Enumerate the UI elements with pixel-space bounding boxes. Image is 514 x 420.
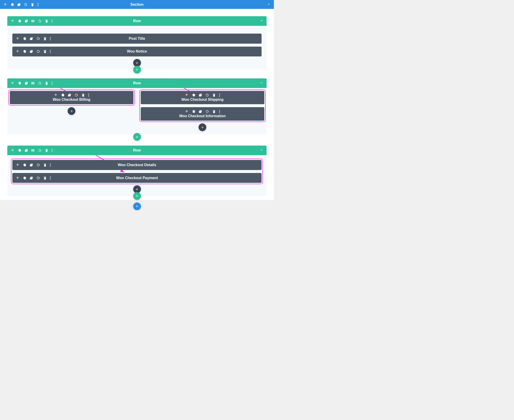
collapse-row-icon[interactable]	[260, 19, 263, 23]
trash-icon[interactable]	[43, 163, 47, 167]
collapse-row-icon[interactable]	[260, 81, 263, 85]
power-icon[interactable]	[38, 19, 42, 23]
move-icon[interactable]	[11, 81, 15, 85]
duplicate-icon[interactable]	[24, 149, 28, 152]
trash-icon[interactable]	[43, 176, 47, 180]
power-icon[interactable]	[74, 93, 78, 97]
trash-icon[interactable]	[31, 3, 34, 6]
module-woo-checkout-details[interactable]: Woo Checkout Details	[12, 160, 261, 170]
add-row-button[interactable]	[133, 192, 141, 200]
move-icon[interactable]	[16, 37, 19, 40]
svg-point-8	[50, 39, 51, 40]
row-header-2[interactable]: Row	[7, 78, 267, 88]
more-icon[interactable]	[219, 110, 220, 113]
svg-point-5	[52, 22, 52, 23]
move-icon[interactable]	[185, 93, 188, 97]
more-icon[interactable]	[50, 50, 51, 53]
more-icon[interactable]	[52, 19, 52, 23]
power-icon[interactable]	[205, 110, 209, 113]
gear-icon[interactable]	[23, 163, 26, 167]
trash-icon[interactable]	[212, 93, 216, 97]
duplicate-icon[interactable]	[24, 81, 28, 85]
more-icon[interactable]	[52, 81, 52, 85]
more-icon[interactable]	[50, 37, 51, 40]
section-header[interactable]: Section	[0, 0, 274, 9]
duplicate-icon[interactable]	[199, 110, 202, 113]
svg-point-7	[50, 38, 51, 39]
add-module-button[interactable]	[133, 59, 141, 67]
trash-icon[interactable]	[212, 110, 216, 113]
module-woo-checkout-shipping[interactable]: Woo Checkout Shipping	[141, 91, 264, 105]
power-icon[interactable]	[36, 37, 40, 40]
move-icon[interactable]	[3, 3, 7, 6]
move-icon[interactable]	[16, 163, 19, 167]
module-toolbar	[16, 37, 51, 40]
svg-point-9	[50, 50, 51, 51]
more-icon[interactable]	[88, 93, 89, 97]
more-icon[interactable]	[50, 176, 51, 180]
power-icon[interactable]	[205, 93, 209, 97]
trash-icon[interactable]	[43, 37, 47, 40]
add-row-button[interactable]	[133, 66, 141, 74]
gear-icon[interactable]	[18, 149, 21, 152]
power-icon[interactable]	[36, 50, 40, 53]
trash-icon[interactable]	[81, 93, 85, 97]
power-icon[interactable]	[38, 81, 42, 85]
gear-icon[interactable]	[192, 110, 195, 113]
add-module-button[interactable]	[68, 107, 75, 115]
collapse-section-icon[interactable]	[267, 2, 270, 7]
duplicate-icon[interactable]	[30, 50, 33, 53]
trash-icon[interactable]	[45, 149, 48, 152]
more-icon[interactable]	[50, 163, 51, 167]
gear-icon[interactable]	[192, 93, 195, 97]
gear-icon[interactable]	[18, 19, 21, 23]
duplicate-icon[interactable]	[17, 3, 21, 6]
duplicate-icon[interactable]	[68, 93, 71, 97]
trash-icon[interactable]	[43, 50, 47, 53]
gear-icon[interactable]	[10, 3, 14, 6]
gear-icon[interactable]	[61, 93, 64, 97]
trash-icon[interactable]	[45, 81, 48, 85]
columns-icon[interactable]	[31, 149, 35, 152]
duplicate-icon[interactable]	[199, 93, 202, 97]
move-icon[interactable]	[11, 149, 15, 152]
power-icon[interactable]	[38, 149, 42, 152]
power-icon[interactable]	[36, 176, 40, 180]
power-icon[interactable]	[36, 163, 40, 167]
move-icon[interactable]	[11, 19, 15, 23]
duplicate-icon[interactable]	[30, 163, 33, 167]
move-icon[interactable]	[16, 50, 19, 53]
move-icon[interactable]	[54, 93, 58, 97]
svg-point-30	[52, 149, 52, 150]
module-post-title[interactable]: Post Title	[12, 34, 261, 44]
move-icon[interactable]	[16, 176, 19, 180]
more-icon[interactable]	[52, 149, 52, 152]
more-icon[interactable]	[37, 3, 38, 6]
more-icon[interactable]	[219, 93, 220, 97]
add-row-button[interactable]	[133, 133, 141, 141]
row-wrap-1: Row Post Title	[7, 16, 267, 73]
collapse-row-icon[interactable]	[260, 148, 263, 153]
gear-icon[interactable]	[18, 81, 21, 85]
trash-icon[interactable]	[45, 19, 48, 23]
svg-point-38	[50, 179, 51, 179]
module-label: Woo Checkout Information	[179, 114, 226, 118]
gear-icon[interactable]	[23, 37, 26, 40]
move-icon[interactable]	[185, 110, 188, 113]
module-woo-notice[interactable]: Woo Notice	[12, 47, 261, 57]
module-woo-checkout-billing[interactable]: Woo Checkout Billing	[10, 91, 134, 105]
add-section-button[interactable]	[133, 202, 141, 210]
add-module-button[interactable]	[199, 123, 206, 131]
module-woo-checkout-payment[interactable]: Woo Checkout Payment	[12, 173, 261, 183]
duplicate-icon[interactable]	[24, 19, 28, 23]
columns-icon[interactable]	[31, 81, 35, 85]
row-header-1[interactable]: Row	[7, 16, 267, 26]
gear-icon[interactable]	[23, 50, 26, 53]
row-header-3[interactable]: Row	[7, 146, 267, 155]
duplicate-icon[interactable]	[30, 37, 33, 40]
duplicate-icon[interactable]	[30, 176, 33, 180]
module-woo-checkout-information[interactable]: Woo Checkout Information	[141, 107, 264, 121]
columns-icon[interactable]	[31, 19, 35, 23]
gear-icon[interactable]	[23, 176, 26, 180]
power-icon[interactable]	[24, 3, 27, 6]
